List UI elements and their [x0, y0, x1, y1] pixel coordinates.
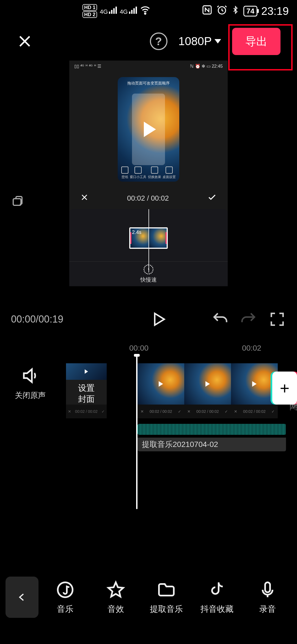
inner-confirm-icon[interactable] — [207, 193, 217, 204]
svg-rect-5 — [265, 582, 270, 592]
resolution-label: 1080P — [178, 35, 212, 48]
clock-time: 23:19 — [261, 5, 289, 17]
tool-extract-music[interactable]: 提取音乐 — [142, 580, 190, 615]
inner-time-text: 00:02 / 00:02 — [127, 194, 169, 203]
add-clip-button[interactable]: + — [272, 372, 297, 405]
tool-label: 音乐 — [57, 604, 73, 615]
set-cover-tile[interactable]: 设置 封面 ✕00:02 / 00:02✓ — [66, 363, 107, 418]
battery-indicator: 74 — [243, 6, 257, 17]
play-icon — [144, 122, 156, 137]
preview-phone-mock: 拖动页面可改变页面顺序 壁纸 窗口小工具 切换效果 桌面设置 — [118, 77, 179, 182]
star-icon — [106, 580, 126, 600]
wifi-icon — [140, 4, 151, 18]
cover-label: 设置 封面 — [78, 380, 95, 405]
clip-thumb[interactable]: ✕00:02 / 00:02✓ — [184, 363, 231, 418]
inner-status-right: ℕ ⏰ ✻ ▭ 22:45 — [190, 64, 223, 69]
mute-icon[interactable] — [21, 366, 40, 386]
alarm-icon — [216, 4, 227, 18]
hd-badge-1: HD 1 — [82, 4, 97, 11]
ruler-mark: 00:02 — [242, 344, 261, 353]
audio-track-wave[interactable] — [138, 424, 286, 435]
close-icon[interactable] — [16, 33, 33, 50]
pip-icon[interactable] — [11, 195, 24, 209]
svg-point-0 — [144, 13, 146, 14]
clip-thumb[interactable]: ✕00:02 / 00:02✓ — [231, 363, 278, 418]
inner-speed-label: 快慢速 — [140, 276, 157, 283]
timeline-area[interactable]: 00:00 00:02 关闭原声 设置 封面 ✕00:02 / 00:02✓ ✕… — [0, 336, 297, 515]
music-note-icon — [55, 580, 75, 600]
resolution-picker[interactable]: 1080P — [178, 35, 221, 48]
tool-douyin-favorites[interactable]: 抖音收藏 — [193, 580, 241, 615]
signal-2: 4G — [120, 7, 137, 15]
undo-button[interactable] — [211, 310, 229, 328]
playback-time: 00:00/00:19 — [11, 313, 63, 325]
tool-label: 抖音收藏 — [200, 604, 233, 615]
tool-sound-effect[interactable]: 音效 — [92, 580, 140, 615]
svg-rect-3 — [13, 199, 21, 205]
inner-playhead[interactable] — [148, 209, 149, 272]
svg-point-4 — [58, 582, 73, 597]
tool-label: 提取音乐 — [150, 604, 183, 615]
mute-label: 关闭原声 — [15, 390, 46, 401]
bottom-toolbar: 音乐 音效 提取音乐 抖音收藏 录音 — [0, 570, 297, 625]
preview-frame[interactable]: ▯▯ ⁴ᴳ ᴴ ⁴ᴳ ᴴ ☰ ℕ ⏰ ✻ ▭ 22:45 拖动页面可改变页面顺序… — [69, 61, 228, 286]
tool-record[interactable]: 录音 — [244, 580, 292, 615]
timeline-ruler: 00:00 00:02 — [0, 341, 297, 355]
audio-track-label[interactable]: 提取音乐20210704-02 — [138, 438, 286, 451]
playback-control-bar: 00:00/00:19 — [0, 303, 297, 336]
inner-clip-duration: 2.4s — [132, 230, 141, 235]
system-status-bar: HD 1 HD 2 4G 4G 74 23:19 — [0, 0, 297, 22]
watermark-text: 河南龙网 — [288, 391, 297, 397]
editor-top-bar: ? 1080P 导出 — [0, 22, 297, 61]
inner-status-icons: ▯▯ ⁴ᴳ ᴴ ⁴ᴳ ᴴ ☰ — [74, 64, 101, 69]
hd-badge-2: HD 2 — [82, 11, 97, 18]
preview-phone-hint: 拖动页面可改变页面顺序 — [118, 81, 179, 86]
playhead[interactable] — [136, 355, 138, 509]
export-button[interactable]: 导出 — [232, 28, 280, 55]
inner-timeline[interactable]: 2.4s 快慢速 — [69, 209, 228, 286]
inner-close-icon[interactable] — [80, 193, 89, 203]
play-button[interactable] — [150, 310, 167, 328]
tool-label: 录音 — [259, 604, 276, 615]
clip-thumb[interactable]: ✕00:02 / 00:02✓ — [138, 363, 184, 418]
chevron-down-icon — [215, 39, 221, 43]
folder-icon — [156, 580, 176, 600]
preview-area: ▯▯ ⁴ᴳ ᴴ ⁴ᴳ ᴴ ☰ ℕ ⏰ ✻ ▭ 22:45 拖动页面可改变页面顺序… — [0, 61, 297, 303]
help-icon[interactable]: ? — [150, 32, 167, 50]
tool-music[interactable]: 音乐 — [41, 580, 89, 615]
redo-button[interactable] — [240, 310, 257, 328]
douyin-icon — [207, 580, 227, 600]
nfc-icon — [202, 4, 213, 18]
tool-label: 音效 — [108, 604, 124, 615]
ruler-mark: 00:00 — [129, 344, 148, 353]
bluetooth-icon — [231, 4, 240, 18]
fullscreen-button[interactable] — [268, 310, 286, 328]
signal-1: 4G — [100, 7, 117, 15]
microphone-icon — [258, 580, 277, 600]
back-button[interactable] — [6, 577, 38, 618]
